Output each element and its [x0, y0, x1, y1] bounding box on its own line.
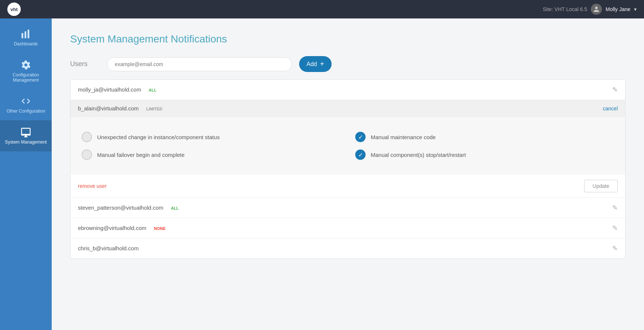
page-title: System Management Notifications	[70, 33, 626, 45]
user-badge: ALL	[147, 87, 159, 93]
option-label: Manual failover begin and complete	[97, 152, 185, 158]
monitor-icon	[21, 127, 31, 137]
list-item: Manual failover begin and complete	[82, 149, 340, 160]
svg-rect-3	[25, 31, 27, 38]
user-row-details: Unexpected change in instance/component …	[71, 117, 625, 175]
site-label: Site: VHT Local 6.5	[543, 6, 587, 12]
list-item: ✓ Manual component(s) stop/start/restart	[355, 149, 614, 160]
user-list: molly_ja@virtualhold.com ALL ✎ b_alain@v…	[70, 79, 626, 259]
user-email-cell: chris_b@virtualhold.com	[78, 245, 138, 252]
plus-icon: +	[320, 60, 324, 68]
user-email: ebrowning@virtualhold.com	[78, 225, 146, 231]
update-button[interactable]: Update	[584, 180, 618, 192]
list-item: Unexpected change in instance/component …	[82, 132, 340, 142]
user-email-cell: steven_patterson@virtualhold.com ALL	[78, 204, 181, 211]
user-email-cell: b_alain@virtualhold.com LIMITED	[78, 105, 165, 112]
option-label: Manual component(s) stop/start/restart	[371, 152, 466, 158]
user-email: steven_patterson@virtualhold.com	[78, 204, 163, 211]
checkbox-manual-component[interactable]: ✓	[355, 149, 366, 160]
add-button[interactable]: Add +	[299, 56, 332, 72]
row-actions: remove user Update	[71, 175, 625, 197]
user-email-cell: molly_ja@virtualhold.com ALL	[78, 86, 159, 93]
email-input[interactable]	[107, 57, 292, 71]
sidebar-item-configuration-management-label: Configuration Management	[4, 72, 48, 83]
checkbox-manual-failover[interactable]	[82, 149, 92, 160]
svg-rect-4	[28, 30, 30, 38]
option-label: Unexpected change in instance/component …	[97, 134, 220, 140]
sidebar: Dashboards Configuration Management Othe…	[0, 18, 52, 330]
expanded-row-top: b_alain@virtualhold.com LIMITED cancel	[71, 100, 625, 117]
sidebar-item-other-configuration-label: Other Configuration	[7, 109, 45, 114]
sidebar-item-other-configuration[interactable]: Other Configuration	[0, 89, 52, 120]
user-email: b_alain@virtualhold.com	[78, 105, 138, 111]
options-grid: Unexpected change in instance/component …	[82, 124, 614, 167]
avatar	[591, 4, 602, 15]
top-navigation: vht Site: VHT Local 6.5 Molly Jane ▾	[0, 0, 644, 18]
dropdown-icon[interactable]: ▾	[634, 6, 637, 12]
user-name: Molly Jane	[606, 6, 630, 12]
checkbox-manual-maintenance[interactable]: ✓	[355, 132, 366, 142]
sidebar-item-dashboards[interactable]: Dashboards	[0, 22, 52, 53]
table-row: molly_ja@virtualhold.com ALL ✎	[71, 80, 625, 100]
option-label: Manual maintenance code	[371, 134, 436, 140]
checkbox-unexpected-change[interactable]	[82, 132, 92, 142]
edit-icon[interactable]: ✎	[612, 244, 618, 252]
bar-chart-icon	[21, 29, 31, 39]
user-icon	[593, 6, 600, 13]
user-email: chris_b@virtualhold.com	[78, 245, 138, 251]
svg-rect-2	[21, 33, 23, 38]
table-row-expanded: b_alain@virtualhold.com LIMITED cancel U…	[71, 100, 625, 198]
table-row: ebrowning@virtualhold.com NONE ✎	[71, 218, 625, 238]
main-content: System Management Notifications Users Ad…	[52, 18, 644, 330]
svg-text:vht: vht	[10, 7, 18, 12]
list-item: ✓ Manual maintenance code	[355, 132, 614, 142]
sidebar-item-configuration-management[interactable]: Configuration Management	[0, 53, 52, 89]
edit-icon[interactable]: ✎	[612, 86, 618, 94]
users-label: Users	[70, 60, 100, 68]
user-badge: LIMITED	[144, 106, 165, 112]
gear-icon	[21, 60, 31, 70]
user-badge: NONE	[152, 226, 168, 231]
edit-icon[interactable]: ✎	[612, 204, 618, 212]
users-header: Users Add +	[70, 56, 626, 72]
code-icon	[21, 96, 31, 106]
table-row: steven_patterson@virtualhold.com ALL ✎	[71, 198, 625, 218]
user-email-cell: ebrowning@virtualhold.com NONE	[78, 225, 168, 231]
logo: vht	[7, 3, 21, 16]
sidebar-item-dashboards-label: Dashboards	[14, 41, 38, 47]
user-email: molly_ja@virtualhold.com	[78, 86, 141, 93]
sidebar-item-system-management-label: System Management	[5, 140, 47, 145]
vht-logo-svg: vht	[7, 3, 21, 16]
add-button-label: Add	[306, 61, 317, 68]
topnav-right: Site: VHT Local 6.5 Molly Jane ▾	[543, 4, 637, 15]
remove-user-link[interactable]: remove user	[78, 183, 107, 189]
table-row: chris_b@virtualhold.com ✎	[71, 238, 625, 258]
cancel-link[interactable]: cancel	[603, 106, 618, 111]
user-badge: ALL	[169, 205, 181, 211]
edit-icon[interactable]: ✎	[612, 224, 618, 232]
logo-icon: vht	[7, 3, 21, 16]
sidebar-item-system-management[interactable]: System Management	[0, 120, 52, 151]
